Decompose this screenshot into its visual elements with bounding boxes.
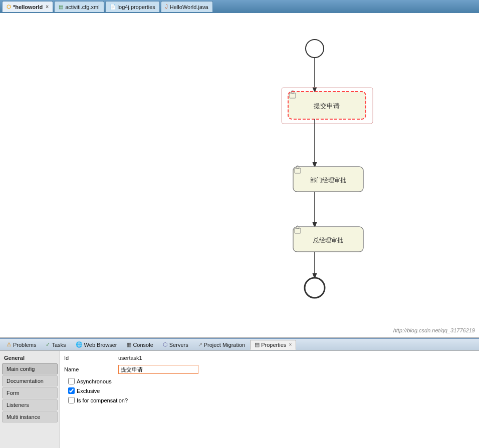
prop-sidebar-form[interactable]: Form: [2, 387, 58, 398]
tab-project-migration[interactable]: ↗ Project Migration: [193, 340, 250, 350]
prop-compensation-label: Is for compensation?: [77, 397, 128, 403]
tab-problems[interactable]: ⚠ Problems: [2, 340, 41, 350]
tab-tasks[interactable]: ✓ Tasks: [41, 340, 70, 350]
usertask2-label: 部门经理审批: [310, 177, 346, 184]
diagram-svg: 提交申请 部门经理审批 总经理审批: [0, 13, 479, 337]
prop-async-label: Asynchronous: [77, 378, 112, 384]
prop-sidebar-documentation[interactable]: Documentation: [2, 375, 58, 386]
tab-console[interactable]: ▦ Console: [122, 340, 157, 350]
diagram-canvas[interactable]: 提交申请 部门经理审批 总经理审批: [0, 13, 479, 338]
prop-name-label: Name: [64, 366, 114, 372]
start-event: [306, 40, 324, 58]
tab-properties-label: Properties: [261, 342, 286, 348]
prop-id-row: Id usertask1: [64, 355, 475, 361]
prop-exclusive-label: Exclusive: [77, 388, 100, 394]
tasks-icon: ✓: [46, 341, 50, 348]
prop-async-checkbox[interactable]: [68, 378, 75, 384]
tab-problems-label: Problems: [13, 342, 36, 348]
prop-sidebar-multi-instance[interactable]: Multi instance: [2, 411, 58, 422]
tab-helloworld-java[interactable]: J HelloWorld.java: [161, 1, 213, 12]
tab-console-label: Console: [133, 342, 153, 348]
prop-exclusive-checkbox[interactable]: [68, 387, 75, 394]
project-migration-icon: ↗: [198, 341, 202, 348]
prop-content: Id usertask1 Name Asynchronous Exclusive: [60, 351, 479, 448]
tab-icon-activiti-cfg: ▤: [59, 4, 63, 10]
prop-compensation-row: Is for compensation?: [68, 397, 475, 403]
end-event: [305, 278, 325, 298]
prop-name-input[interactable]: [118, 365, 198, 374]
prop-sidebar: General Main config Documentation Form L…: [0, 351, 60, 448]
tab-activiti-cfg[interactable]: ▤ activiti.cfg.xml: [54, 1, 104, 12]
tab-label-helloworld-java: HelloWorld.java: [170, 4, 208, 10]
tab-log4j[interactable]: 📄 log4j.properties: [105, 1, 160, 12]
console-icon: ▦: [126, 341, 131, 348]
properties-icon: ▤: [255, 341, 260, 348]
bottom-panel: ⚠ Problems ✓ Tasks 🌐 Web Browser ▦ Conso…: [0, 338, 479, 448]
prop-sidebar-main-config[interactable]: Main config: [2, 363, 58, 374]
tab-close-helloworld[interactable]: ×: [46, 4, 49, 10]
prop-name-row: Name: [64, 365, 475, 374]
tab-icon-log4j: 📄: [110, 4, 116, 10]
tab-project-migration-label: Project Migration: [204, 342, 246, 348]
tab-servers-label: Servers: [169, 342, 188, 348]
main-area: 提交申请 部门经理审批 总经理审批: [0, 13, 479, 338]
tab-servers[interactable]: ⬡ Servers: [158, 340, 193, 350]
prop-sidebar-listeners[interactable]: Listeners: [2, 399, 58, 410]
prop-id-label: Id: [64, 355, 114, 361]
tab-label-activiti-cfg: activiti.cfg.xml: [65, 4, 99, 10]
tab-web-browser[interactable]: 🌐 Web Browser: [71, 340, 122, 350]
properties-panel: General Main config Documentation Form L…: [0, 351, 479, 448]
tab-label-log4j: log4j.properties: [118, 4, 155, 10]
properties-close-btn[interactable]: ×: [289, 342, 292, 347]
tab-bar: ⬡ *helloworld × ▤ activiti.cfg.xml 📄 log…: [0, 0, 479, 13]
tab-label-helloworld: *helloworld: [13, 4, 43, 10]
web-browser-icon: 🌐: [76, 341, 83, 348]
tab-icon-helloworld-java: J: [165, 4, 168, 10]
tab-icon-helloworld: ⬡: [7, 4, 11, 10]
tab-web-browser-label: Web Browser: [84, 342, 117, 348]
usertask3-label: 总经理审批: [313, 237, 343, 244]
tab-helloworld[interactable]: ⬡ *helloworld ×: [2, 1, 53, 12]
bottom-tab-bar: ⚠ Problems ✓ Tasks 🌐 Web Browser ▦ Conso…: [0, 339, 479, 351]
prop-section-title: General: [0, 353, 60, 363]
usertask1-label: 提交申请: [314, 102, 340, 110]
prop-exclusive-row: Exclusive: [68, 387, 475, 394]
problems-icon: ⚠: [7, 341, 12, 348]
prop-async-row: Asynchronous: [68, 378, 475, 384]
tab-properties[interactable]: ▤ Properties ×: [250, 340, 296, 350]
tab-tasks-label: Tasks: [52, 342, 66, 348]
servers-icon: ⬡: [163, 341, 168, 348]
prop-compensation-checkbox[interactable]: [68, 397, 75, 403]
prop-id-value: usertask1: [118, 355, 142, 361]
